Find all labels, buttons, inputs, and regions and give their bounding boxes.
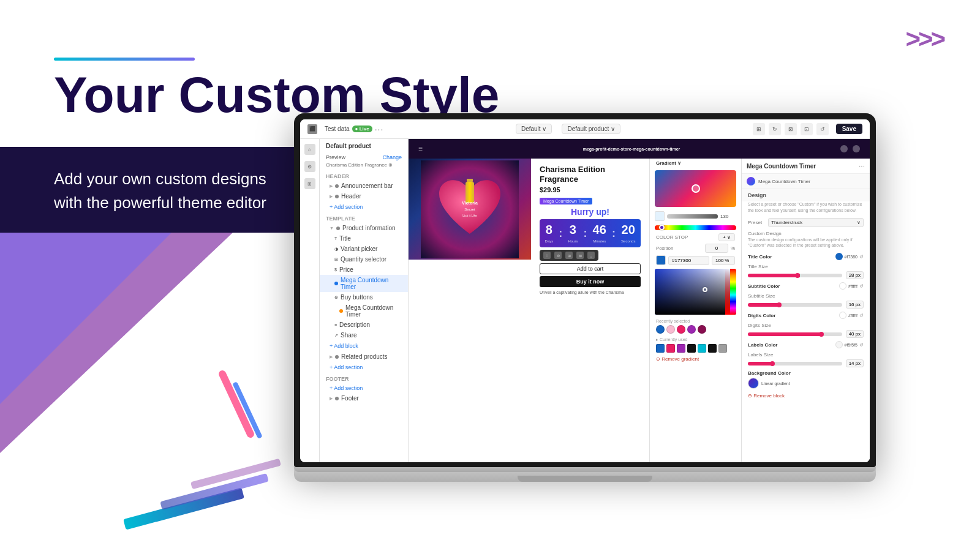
used-swatch-gray[interactable]: [718, 344, 727, 353]
edit-tool-delete[interactable]: ⊠: [576, 252, 584, 259]
title-color-label: Title Color: [748, 254, 772, 260]
blue-accent-shape: [232, 381, 263, 439]
swatch-dark-pink[interactable]: [698, 325, 706, 334]
labels-color-dot[interactable]: [835, 341, 843, 348]
swatch-purple[interactable]: [687, 325, 696, 334]
sidebar-icon-settings[interactable]: ⚙: [304, 161, 315, 172]
digits-color-reset[interactable]: ↺: [859, 313, 864, 318]
labels-size-slider[interactable]: [748, 362, 842, 365]
title-color-reset[interactable]: ↺: [859, 254, 864, 260]
price-item[interactable]: $ Price: [320, 264, 408, 275]
digits-color-dot[interactable]: [839, 312, 846, 319]
save-button[interactable]: Save: [836, 124, 862, 134]
design-panel-dots[interactable]: ···: [859, 162, 865, 170]
swatch-pink-light[interactable]: [666, 325, 675, 334]
mega-countdown-item-2[interactable]: Mega Countdown Timer: [320, 302, 408, 320]
labels-size-input[interactable]: 14 px: [846, 359, 864, 367]
add-to-cart-btn[interactable]: Add to cart: [540, 263, 641, 274]
change-btn[interactable]: Change: [382, 154, 402, 160]
icon-btn-5[interactable]: ↺: [816, 123, 829, 135]
used-swatch-blue[interactable]: [656, 344, 665, 353]
title-size-slider[interactable]: [748, 274, 842, 277]
swatch-blue[interactable]: [656, 325, 665, 334]
bg-color-row: Background Color: [742, 369, 870, 378]
svg-text:Lick it Like: Lick it Like: [462, 214, 477, 217]
edit-tool-copy[interactable]: ⊞: [565, 252, 573, 259]
hue-slider[interactable]: [655, 225, 736, 230]
used-swatch-pink[interactable]: [666, 344, 675, 353]
add-section-btn-1[interactable]: + Add section: [320, 201, 408, 212]
subtitle-color-reset[interactable]: ↺: [859, 283, 864, 289]
hex-row: #177300 100 %: [650, 254, 741, 266]
buy-now-btn[interactable]: Buy it now: [540, 276, 641, 287]
announcement-bar-item[interactable]: ▶ Announcement bar: [320, 181, 408, 191]
icon-btn-4[interactable]: ⊡: [801, 123, 813, 135]
digits-size-input[interactable]: 40 px: [846, 330, 864, 338]
icon-btn-2[interactable]: ↻: [769, 123, 781, 135]
quantity-selector-item[interactable]: ⊞ Quantity selector: [320, 254, 408, 264]
description-item[interactable]: ≡ Description: [320, 320, 408, 330]
used-swatch-black-2[interactable]: [708, 344, 717, 353]
subtitle-box: Add your own custom designs with the pow…: [0, 150, 334, 232]
buy-buttons-item[interactable]: ⊕ Buy buttons: [320, 292, 408, 302]
header-dot: [335, 195, 339, 198]
edit-tool-settings[interactable]: ⚙: [554, 252, 562, 259]
chevron-arrows[interactable]: >>>: [905, 24, 943, 54]
used-swatch-black[interactable]: [687, 344, 696, 353]
sidebar-icon-grid[interactable]: ⊞: [304, 178, 315, 189]
bg-color-dot[interactable]: [748, 378, 759, 389]
preset-select[interactable]: Thunderstruck ∨: [768, 218, 864, 227]
icon-btn-1[interactable]: ⊞: [753, 123, 765, 135]
opacity-slider[interactable]: [667, 214, 718, 219]
labels-color-reset[interactable]: ↺: [859, 342, 864, 348]
title-color-dot[interactable]: [835, 253, 843, 260]
section-divider-template: Template: [320, 212, 408, 223]
header-item[interactable]: ▶ Header: [320, 191, 408, 201]
edit-tool-move[interactable]: ↕: [543, 252, 551, 259]
gradient-preview-box[interactable]: [655, 170, 736, 207]
add-block-btn[interactable]: + Add block: [320, 340, 408, 351]
nav-icons: [840, 145, 860, 152]
used-swatch-cyan[interactable]: [698, 344, 706, 353]
position-input[interactable]: 0: [705, 244, 728, 253]
color-stop-select[interactable]: + ∨: [718, 233, 735, 241]
subtitle-color-dot[interactable]: [839, 282, 846, 290]
share-item[interactable]: ↗ Share: [320, 330, 408, 340]
edit-tool-dots[interactable]: ⋮: [587, 252, 595, 259]
subtitle-text: Add your own custom designs with the pow…: [54, 167, 309, 215]
title-item[interactable]: T Title: [320, 233, 408, 244]
digits-size-slider[interactable]: [748, 332, 842, 336]
title-size-input[interactable]: 28 px: [846, 271, 864, 279]
default-product-btn[interactable]: Default product ∨: [562, 124, 620, 134]
gradient-map[interactable]: [655, 269, 736, 315]
related-products-item[interactable]: ▶ Related products: [320, 351, 408, 362]
variant-picker-item[interactable]: ◑ Variant picker: [320, 244, 408, 254]
labels-color-hex: #f5f5f5: [845, 343, 858, 347]
subtitle-size-slider[interactable]: [748, 303, 842, 307]
mega-countdown-item[interactable]: Mega Countdown Timer: [320, 275, 408, 292]
bg-color-label: Background Color: [748, 370, 791, 376]
footer-add-section[interactable]: + Add section: [320, 383, 408, 393]
subtitle-color-hex: #ffffff: [848, 284, 858, 288]
used-swatch-purple[interactable]: [677, 344, 685, 353]
nav-logo: mega-profit-demo-store-mega-countdown-ti…: [583, 147, 680, 151]
labels-color-row: Labels Color #f5f5f5 ↺: [742, 339, 870, 350]
footer-item[interactable]: ▶ Footer: [320, 393, 408, 403]
swatch-pink[interactable]: [677, 325, 685, 334]
gradient-cursor: [692, 184, 700, 193]
remove-gradient-btn[interactable]: ⊖ Remove gradient: [650, 354, 741, 364]
default-btn[interactable]: Default ∨: [516, 124, 552, 134]
sidebar-icon-home[interactable]: ⌂: [304, 144, 315, 155]
digits-color-label: Digits Color: [748, 313, 775, 318]
add-section-btn-2[interactable]: + Add section: [320, 362, 408, 373]
remove-block-btn[interactable]: ⊖ Remove block: [742, 391, 870, 401]
hex-input[interactable]: #177300: [668, 256, 709, 265]
preview-sub: Charisma Edition Fragrance ⊕: [320, 162, 408, 170]
countdown-sep-2: :: [584, 227, 587, 240]
used-swatches: [656, 344, 735, 353]
icon-btn-3[interactable]: ⊠: [785, 123, 797, 135]
subtitle-size-input[interactable]: 16 px: [846, 301, 864, 309]
hex-pct-input[interactable]: 100 %: [712, 256, 735, 265]
hue-cursor: [659, 225, 665, 230]
product-info-item[interactable]: ▼ Product information: [320, 223, 408, 233]
